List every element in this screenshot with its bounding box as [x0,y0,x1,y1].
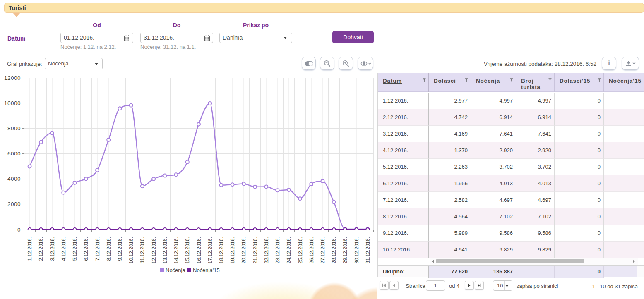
svg-text:28.12.2016.: 28.12.2016. [331,237,337,263]
svg-text:8000: 8000 [7,125,21,132]
svg-text:21.12.2016.: 21.12.2016. [252,237,258,263]
svg-text:25.12.2016.: 25.12.2016. [298,237,303,263]
svg-text:15.12.2016.: 15.12.2016. [185,237,190,263]
svg-text:2000: 2000 [7,201,21,207]
svg-text:26.12.2016.: 26.12.2016. [309,237,315,263]
svg-text:11.12.2016.: 11.12.2016. [139,237,145,263]
svg-text:2.12.2016.: 2.12.2016. [38,237,44,261]
svg-text:4000: 4000 [7,176,21,182]
svg-text:24.12.2016.: 24.12.2016. [286,237,292,263]
svg-text:18.12.2016.: 18.12.2016. [219,237,224,263]
svg-text:19.12.2016.: 19.12.2016. [230,237,235,263]
svg-text:31.12.2016.: 31.12.2016. [365,237,371,263]
svg-text:12.12.2016.: 12.12.2016. [151,237,157,263]
svg-text:6000: 6000 [7,151,21,157]
svg-text:10.12.2016.: 10.12.2016. [128,237,134,263]
svg-text:12000: 12000 [4,75,21,81]
svg-text:1.12.2016.: 1.12.2016. [27,237,33,261]
svg-text:27.12.2016.: 27.12.2016. [320,237,326,263]
svg-text:5.12.2016.: 5.12.2016. [72,237,78,261]
svg-text:17.12.2016.: 17.12.2016. [207,237,213,263]
svg-text:Noćenja'15: Noćenja'15 [193,267,220,273]
svg-text:6.12.2016.: 6.12.2016. [83,237,89,261]
svg-text:16.12.2016.: 16.12.2016. [196,237,202,263]
svg-text:29.12.2016.: 29.12.2016. [342,237,348,263]
svg-text:4.12.2016.: 4.12.2016. [61,237,67,261]
svg-text:7.12.2016.: 7.12.2016. [95,237,101,261]
svg-text:13.12.2016.: 13.12.2016. [162,237,168,263]
svg-text:9.12.2016.: 9.12.2016. [117,237,123,261]
svg-text:3.12.2016.: 3.12.2016. [50,237,55,261]
svg-text:14.12.2016.: 14.12.2016. [173,237,179,263]
svg-text:0: 0 [17,227,21,233]
svg-text:10000: 10000 [4,100,21,106]
svg-text:23.12.2016.: 23.12.2016. [275,237,281,263]
svg-text:22.12.2016.: 22.12.2016. [264,237,269,263]
svg-text:8.12.2016.: 8.12.2016. [106,237,112,261]
svg-text:20.12.2016.: 20.12.2016. [241,237,247,263]
svg-text:30.12.2016.: 30.12.2016. [354,237,360,263]
svg-text:Noćenja: Noćenja [166,267,185,273]
